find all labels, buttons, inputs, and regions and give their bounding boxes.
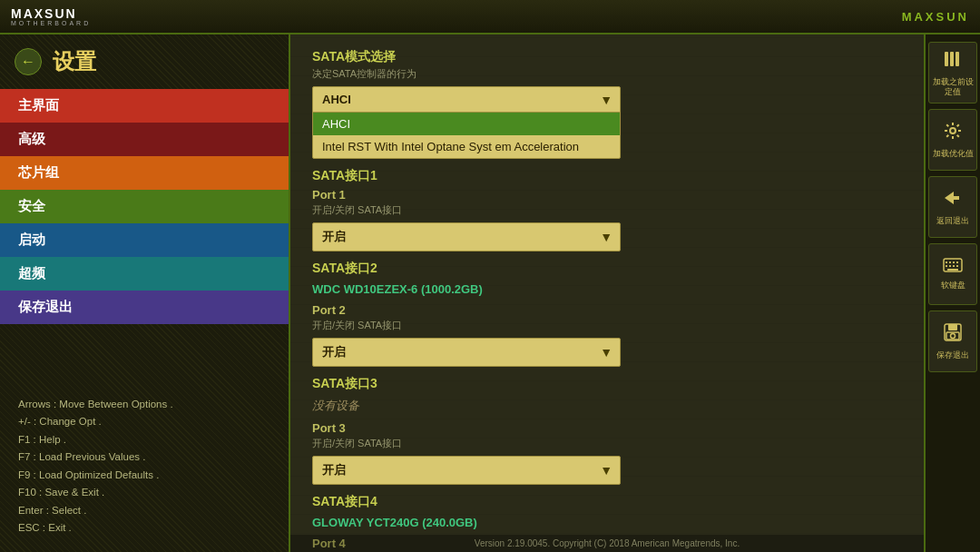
help-line-6: F10 : Save & Exit .	[18, 484, 270, 502]
nav-item-boot[interactable]: 启动	[0, 223, 289, 257]
load-previous-icon	[943, 49, 963, 74]
sata1-group: SATA接口1 Port 1 开启/关闭 SATA接口 开启 ▼	[312, 168, 902, 251]
port2-label: Port 2	[312, 303, 902, 317]
sata4-device: GLOWAY YCT240G (240.0GB)	[312, 512, 902, 533]
settings-area: SATA模式选择 决定SATA控制器的行为 AHCI ▼ AHCI Intel …	[290, 34, 924, 552]
keyboard-label: 软键盘	[941, 281, 965, 291]
sata2-label: SATA接口2	[312, 261, 902, 277]
help-line-1: Arrows : Move Between Options .	[18, 396, 270, 414]
port3-desc: 开启/关闭 SATA接口	[312, 437, 902, 450]
sata-mode-dropdown[interactable]: AHCI ▼ AHCI Intel RST With Intel Optane …	[312, 86, 621, 159]
nav-items: 主界面 高级 芯片组 安全 启动 超频 保存退出	[0, 89, 289, 324]
logo: MAXSUN MOTHERBOARD	[11, 7, 91, 26]
nav-item-chipset[interactable]: 芯片组	[0, 156, 289, 190]
sata1-label: SATA接口1	[312, 168, 902, 184]
svg-point-3	[950, 128, 956, 133]
sata2-group: SATA接口2 WDC WD10EZEX-6 (1000.2GB) Port 2…	[312, 261, 902, 367]
port1-dropdown[interactable]: 开启 ▼	[312, 222, 621, 251]
help-line-5: F9 : Load Optimized Defaults .	[18, 467, 270, 485]
top-bar: MAXSUN MOTHERBOARD MAXSUN	[0, 0, 980, 34]
return-icon	[943, 188, 963, 212]
svg-rect-10	[946, 265, 947, 267]
port2-arrow: ▼	[600, 345, 612, 360]
svg-rect-14	[947, 269, 958, 271]
sata3-device: 没有设备	[312, 394, 902, 418]
port1-desc: 开启/关闭 SATA接口	[312, 203, 902, 217]
help-line-8: ESC : Exit .	[18, 519, 270, 537]
nav-item-security[interactable]: 安全	[0, 190, 289, 223]
load-optimized-label: 加载优化值	[933, 149, 974, 159]
svg-marker-4	[945, 192, 959, 204]
right-sidebar: 加载之前设定值 加载优化值 返回退出	[924, 34, 980, 552]
svg-point-18	[951, 334, 956, 339]
brand-subtitle: MOTHERBOARD	[11, 20, 91, 26]
dropdown-arrow: ▼	[600, 93, 612, 107]
port1-label: Port 1	[312, 188, 902, 202]
gear-icon	[943, 121, 963, 145]
save-exit-btn[interactable]: 保存退出	[928, 310, 977, 372]
sata4-label: SATA接口4	[312, 494, 902, 510]
sata-mode-selected[interactable]: AHCI ▼	[313, 87, 620, 113]
version-bar: Version 2.19.0045. Copyright (C) 2018 Am…	[290, 535, 924, 552]
svg-rect-12	[953, 265, 955, 267]
nav-item-main[interactable]: 主界面	[0, 89, 289, 123]
svg-rect-0	[945, 52, 948, 66]
nav-item-advanced[interactable]: 高级	[0, 123, 289, 156]
port2-dropdown[interactable]: 开启 ▼	[312, 338, 621, 367]
nav-item-oc[interactable]: 超频	[0, 257, 289, 291]
brand-right-label: MAXSUN	[902, 10, 969, 24]
main-layout: ← 设置 主界面 高级 芯片组 安全 启动 超频 保存退出 Arrows : M…	[0, 34, 980, 552]
load-optimized-btn[interactable]: 加载优化值	[928, 109, 977, 171]
center-content: SATA模式选择 决定SATA控制器的行为 AHCI ▼ AHCI Intel …	[290, 34, 924, 552]
sata-mode-desc: 决定SATA控制器的行为	[312, 67, 902, 81]
svg-rect-1	[950, 52, 954, 66]
page-header: ← 设置	[0, 34, 289, 89]
help-line-7: Enter : Select .	[18, 502, 270, 520]
sata-mode-group: SATA模式选择 决定SATA控制器的行为 AHCI ▼ AHCI Intel …	[312, 49, 902, 159]
save-exit-label: 保存退出	[936, 350, 969, 360]
help-text: Arrows : Move Between Options . +/- : Ch…	[0, 381, 289, 552]
svg-rect-11	[949, 265, 951, 267]
port3-label: Port 3	[312, 421, 902, 435]
keyboard-icon	[943, 258, 963, 277]
svg-rect-7	[949, 261, 951, 263]
sata3-group: SATA接口3 没有设备 Port 3 开启/关闭 SATA接口 开启 ▼	[312, 376, 902, 485]
sata-mode-option-rst[interactable]: Intel RST With Intel Optane Syst em Acce…	[313, 135, 620, 158]
page-title: 设置	[53, 47, 96, 76]
svg-rect-2	[956, 52, 959, 66]
help-line-3: F1 : Help .	[18, 431, 270, 449]
sata3-label: SATA接口3	[312, 376, 902, 392]
port3-arrow: ▼	[600, 463, 612, 478]
svg-rect-16	[948, 324, 957, 330]
sata2-device: WDC WD10EZEX-6 (1000.2GB)	[312, 279, 902, 300]
help-line-4: F7 : Load Previous Values .	[18, 448, 270, 467]
port1-arrow: ▼	[600, 230, 612, 244]
load-previous-label: 加载之前设定值	[929, 77, 976, 97]
svg-rect-8	[953, 261, 955, 263]
help-line-2: +/- : Change Opt .	[18, 413, 270, 431]
load-previous-btn[interactable]: 加载之前设定值	[928, 42, 977, 104]
sata-mode-option-ahci[interactable]: AHCI	[313, 113, 620, 135]
return-exit-btn[interactable]: 返回退出	[928, 176, 977, 238]
sata-mode-label: SATA模式选择	[312, 49, 902, 65]
back-button[interactable]: ←	[15, 48, 42, 75]
svg-rect-13	[956, 265, 958, 267]
save-icon	[943, 322, 963, 347]
nav-item-save-exit[interactable]: 保存退出	[0, 291, 289, 324]
sidebar: ← 设置 主界面 高级 芯片组 安全 启动 超频 保存退出 Arrows : M…	[0, 34, 290, 552]
brand-name: MAXSUN	[11, 7, 91, 20]
return-exit-label: 返回退出	[936, 216, 969, 226]
keyboard-btn[interactable]: 软键盘	[928, 243, 977, 305]
port2-desc: 开启/关闭 SATA接口	[312, 319, 902, 332]
svg-rect-9	[956, 261, 958, 263]
port3-dropdown[interactable]: 开启 ▼	[312, 456, 621, 485]
svg-rect-6	[946, 261, 947, 263]
